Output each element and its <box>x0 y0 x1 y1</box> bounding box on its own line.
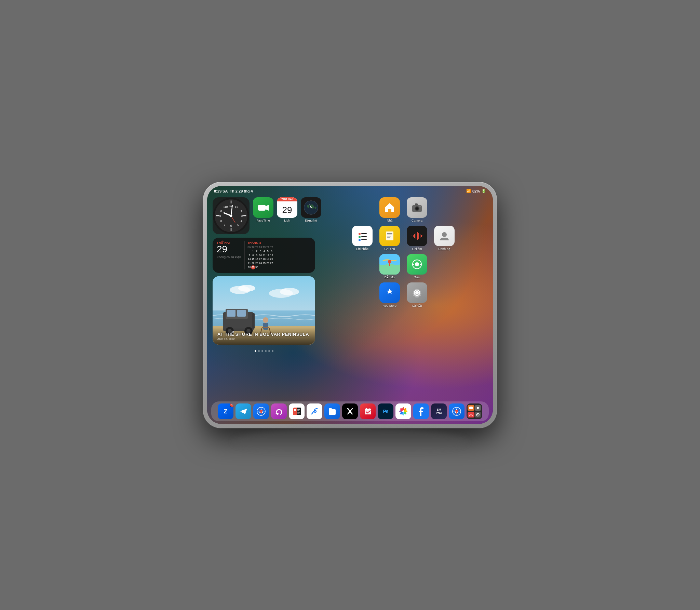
svg-point-96 <box>277 413 279 415</box>
svg-point-47 <box>263 317 268 323</box>
page-dots <box>213 348 315 354</box>
camera-app[interactable]: Camera <box>407 197 427 222</box>
calendar-date-section: THỨ HAI 29 Không có sự kiện <box>217 241 241 269</box>
screen-content: 8:29 SA Th 2 29 thg 4 📶 82% 🔋 <box>207 186 493 424</box>
contacts-icon-svg <box>439 230 450 242</box>
page-dot-3[interactable] <box>261 350 263 352</box>
dock-files[interactable] <box>324 403 340 419</box>
fantastical-icon-svg <box>363 407 372 416</box>
maps-app[interactable]: Bản đồ <box>379 254 400 279</box>
svg-rect-68 <box>387 236 391 237</box>
status-date: Th 2 29 thg 4 <box>230 189 253 193</box>
page-dot-1[interactable] <box>255 350 256 352</box>
find-my-app[interactable]: Tìm <box>407 254 427 279</box>
status-bar: 8:29 SA Th 2 29 thg 4 📶 82% 🔋 <box>207 186 493 195</box>
camera-icon-svg <box>411 202 423 213</box>
photo-widget[interactable]: AT THẾ SHORE IN BOLIVAR PENINSULA AUG 17… <box>213 276 315 345</box>
dock-mercury[interactable] <box>271 403 287 419</box>
voice-memos-app[interactable]: Ghi âm <box>407 226 427 251</box>
settings-label: Cài đặt <box>412 304 422 307</box>
svg-rect-104 <box>369 408 369 409</box>
cal-cell: 16 <box>255 257 259 261</box>
clock-widget[interactable]: 12 6 9 3 10 11 5 7 4 8 8 <box>213 197 250 234</box>
svg-point-58 <box>419 205 421 207</box>
dock-safari[interactable] <box>253 403 269 419</box>
svg-point-61 <box>359 236 361 238</box>
dock-multi-icon <box>467 403 482 419</box>
dock-photoshop-icon: Ps <box>378 403 393 419</box>
dock-zalo-icon: Z 7 <box>218 403 233 419</box>
sub-icon-3 <box>468 412 474 417</box>
top-row: 12 6 9 3 10 11 5 7 4 8 8 <box>213 197 315 234</box>
cal-cell: 18 <box>262 257 266 261</box>
dock-facebook[interactable] <box>413 403 429 419</box>
dock-telegram[interactable] <box>235 403 251 419</box>
svg-marker-24 <box>266 205 269 211</box>
contacts-app[interactable]: Danh bạ <box>434 226 455 251</box>
dock-smpro[interactable]: SMPRO <box>431 403 447 419</box>
cal-header-t5: T5 <box>262 245 266 249</box>
cal-cell: 9 <box>255 253 259 257</box>
reminders-app[interactable]: Lời nhắc <box>352 226 373 251</box>
find-my-icon <box>407 254 427 275</box>
page-dot-5[interactable] <box>268 350 270 352</box>
smpro-label: SMPRO <box>436 408 442 414</box>
calendar-widget[interactable]: THỨ HAI 29 Không có sự kiện THÁNG 4 CN <box>213 238 315 273</box>
dock-safari-icon <box>253 403 269 419</box>
mercury-icon-svg <box>274 407 283 416</box>
cal-cell: 11 <box>262 253 266 257</box>
dock-photos[interactable] <box>395 403 411 419</box>
svg-rect-102 <box>365 409 371 410</box>
telegram-icon-svg <box>239 407 248 416</box>
svg-text:8: 8 <box>220 210 222 213</box>
camera-icon <box>407 197 427 218</box>
facetime-icon <box>253 197 273 218</box>
dock-safari2[interactable] <box>449 403 465 419</box>
safari-icon-svg <box>256 407 266 416</box>
home-app[interactable]: Nhà <box>379 197 400 222</box>
dock-zalo[interactable]: Z 7 <box>218 403 233 419</box>
svg-point-59 <box>359 233 361 235</box>
maps-icon <box>379 254 400 275</box>
dock-x[interactable] <box>342 403 358 419</box>
dock-news[interactable] <box>289 403 305 419</box>
worldclock-app[interactable]: Đồng hồ <box>301 197 321 222</box>
app-store-app[interactable]: App Store <box>379 282 400 307</box>
cal-cell: 3 <box>259 249 262 253</box>
dock-fantastical[interactable] <box>360 403 376 419</box>
dock-smpro-icon: SMPRO <box>431 403 447 419</box>
worldclock-label: Đồng hồ <box>305 219 317 222</box>
cal-cell <box>270 265 273 269</box>
cal-cell: 19 <box>266 257 270 261</box>
page-dot-6[interactable] <box>272 350 273 352</box>
dock-multi[interactable] <box>467 403 482 419</box>
svg-rect-71 <box>413 235 414 237</box>
dock-safari2-icon <box>449 403 465 419</box>
dock-freeform[interactable] <box>307 403 322 419</box>
svg-rect-52 <box>388 209 391 212</box>
svg-text:5: 5 <box>237 223 239 227</box>
cal-cell <box>259 265 262 269</box>
svg-rect-67 <box>387 235 392 235</box>
svg-text:2: 2 <box>241 210 242 213</box>
voice-memos-label: Ghi âm <box>412 247 422 251</box>
cal-header-t3: T3 <box>255 245 259 249</box>
svg-rect-41 <box>237 310 246 317</box>
page-dot-2[interactable] <box>258 350 260 352</box>
calendar-no-event: Không có sự kiện <box>217 255 241 259</box>
notes-app[interactable]: Ghi chú <box>379 226 400 251</box>
cal-cell: 25 <box>262 261 266 265</box>
cal-cell: 24 <box>259 261 262 265</box>
calendar-app[interactable]: THỨ HAI 29 Lịch <box>277 197 297 222</box>
photo-overlay: AT THẾ SHORE IN BOLIVAR PENINSULA AUG 17… <box>213 328 315 345</box>
home-icon-svg <box>384 202 395 213</box>
contacts-label: Danh bạ <box>438 247 450 251</box>
dock-facebook-icon <box>413 403 429 419</box>
cal-cell: 15 <box>251 257 255 261</box>
facetime-app[interactable]: FaceTime <box>253 197 273 222</box>
reminders-icon <box>352 226 373 246</box>
dock-photoshop[interactable]: Ps <box>378 403 393 419</box>
page-dot-4[interactable] <box>265 350 267 352</box>
svg-rect-64 <box>361 239 367 240</box>
settings-app[interactable]: Cài đặt <box>407 282 427 307</box>
